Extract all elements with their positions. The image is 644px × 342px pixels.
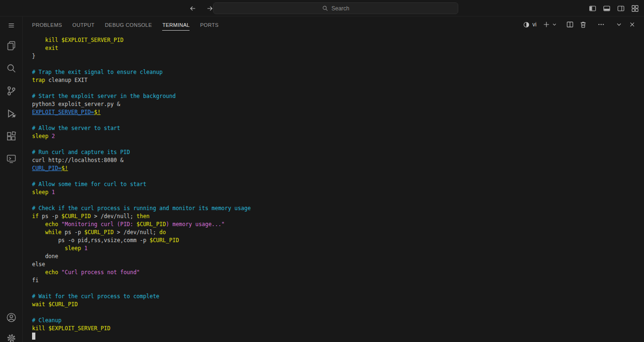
activity-bar-bottom [0, 307, 23, 342]
back-button[interactable] [187, 2, 199, 15]
terminal-line: echo "Monitoring curl (PID: $CURL_PID) m… [32, 220, 644, 228]
panel-tabs: PROBLEMSOUTPUTDEBUG CONSOLETERMINALPORTS [32, 19, 520, 31]
run-debug-icon [6, 108, 17, 119]
search-icon [6, 63, 17, 73]
terminal-line: # Run curl and capture its PID [32, 148, 644, 156]
hide-panel-button[interactable] [613, 18, 625, 31]
tab-ports[interactable]: PORTS [200, 19, 218, 31]
trash-icon [579, 21, 587, 28]
search-icon [322, 5, 329, 12]
settings-button[interactable] [0, 328, 23, 342]
split-terminal-icon [566, 21, 574, 28]
remote-explorer-icon [6, 154, 17, 164]
customize-layout-icon [631, 5, 639, 12]
split-terminal-button[interactable] [564, 18, 576, 31]
tab-debug-console[interactable]: DEBUG CONSOLE [105, 19, 152, 31]
terminal-line [32, 140, 644, 148]
extensions-icon [6, 131, 17, 141]
sidebar-item-source-control[interactable] [0, 80, 23, 102]
terminal-line: # Cleanup [32, 317, 644, 325]
terminal-line: trap cleanup EXIT [32, 76, 644, 84]
terminal-line: kill $EXPLOIT_SERVER_PID [32, 36, 644, 44]
close-panel-button[interactable] [626, 18, 638, 31]
terminal-line: sleep 1 [32, 244, 644, 252]
terminal-tab-vi[interactable]: vi [520, 18, 539, 31]
title-bar: Search [0, 0, 644, 16]
terminal-line: # Check if the curl process is running a… [32, 204, 644, 212]
terminal-line [32, 309, 644, 317]
bottom-panel: PROBLEMSOUTPUTDEBUG CONSOLETERMINALPORTS… [23, 16, 644, 342]
terminal-cursor [32, 333, 35, 340]
new-terminal-icon [543, 21, 550, 28]
chevron-down-icon [551, 21, 558, 28]
terminal-line [32, 60, 644, 68]
terminal-line: done [32, 252, 644, 261]
source-control-icon [6, 86, 17, 96]
ellipsis-icon [597, 21, 605, 28]
terminal-line [32, 172, 644, 180]
customize-layout-button[interactable] [629, 2, 641, 15]
terminal-line [32, 84, 644, 92]
tab-output[interactable]: OUTPUT [73, 19, 95, 31]
terminal-line: sleep 2 [32, 132, 644, 140]
terminal-line: exit [32, 44, 644, 52]
tab-terminal[interactable]: TERMINAL [162, 19, 190, 31]
terminal-profile-icon [523, 21, 530, 28]
menu-button[interactable] [0, 16, 23, 34]
search-placeholder: Search [331, 5, 349, 12]
more-actions-button[interactable] [595, 18, 607, 31]
toggle-primary-sidebar-button[interactable] [586, 2, 599, 15]
settings-icon [6, 333, 17, 342]
sidebar-item-run-debug[interactable] [0, 102, 23, 125]
command-center-search[interactable]: Search [213, 2, 458, 14]
terminal-line: wait $CURL_PID [32, 301, 644, 309]
activity-bar [0, 16, 23, 342]
terminal-line: EXPLOIT_SERVER_PID=$! [32, 108, 644, 116]
arrow-right-icon [206, 5, 214, 12]
terminal-output[interactable]: kill $EXPLOIT_SERVER_PID exit}# Trap the… [23, 33, 644, 342]
toggle-primary-sidebar-icon [589, 5, 596, 12]
history-nav [187, 0, 216, 16]
toggle-secondary-sidebar-icon [617, 5, 625, 12]
terminal-line: if ps -p $CURL_PID > /dev/null; then [32, 212, 644, 220]
explorer-icon [6, 41, 17, 51]
panel-header: PROBLEMSOUTPUTDEBUG CONSOLETERMINALPORTS… [23, 16, 644, 33]
terminal-line: ps -o pid,rss,vsize,comm -p $CURL_PID [32, 236, 644, 244]
terminal-line: # Trap the exit signal to ensure cleanup [32, 68, 644, 76]
launch-profile-dropdown[interactable] [551, 18, 558, 31]
terminal-line: python3 exploit_server.py & [32, 100, 644, 108]
close-icon [628, 21, 636, 28]
terminal-process-label: vi [532, 21, 537, 28]
sidebar-item-explorer[interactable] [0, 34, 23, 57]
terminal-line: echo "Curl process not found" [32, 269, 644, 277]
toggle-panel-icon [603, 5, 611, 12]
terminal-line: curl http://localhost:8080 & [32, 156, 644, 164]
terminal-line: # Start the exploit server in the backgr… [32, 92, 644, 100]
terminal-actions: vi [520, 18, 638, 31]
account-button[interactable] [0, 307, 23, 328]
terminal-line: CURL_PID=$! [32, 164, 644, 172]
sidebar-item-search[interactable] [0, 57, 23, 80]
terminal-line: } [32, 52, 644, 60]
terminal-line: else [32, 261, 644, 269]
terminal-line: while ps -p $CURL_PID > /dev/null; do [32, 228, 644, 236]
toggle-secondary-sidebar-button[interactable] [615, 2, 627, 15]
kill-terminal-button[interactable] [577, 18, 589, 31]
chevron-down-icon [615, 21, 623, 28]
tab-problems[interactable]: PROBLEMS [32, 19, 62, 31]
terminal-line: kill $EXPLOIT_SERVER_PID [32, 325, 644, 333]
terminal-line: # Allow the server to start [32, 124, 644, 132]
sidebar-item-extensions[interactable] [0, 125, 23, 147]
terminal-line: # Allow some time for curl to start [32, 180, 644, 188]
terminal-line: fi [32, 277, 644, 285]
sidebar-item-remote-explorer[interactable] [0, 147, 23, 170]
account-icon [6, 312, 17, 323]
terminal-line [32, 116, 644, 124]
toggle-panel-button[interactable] [601, 2, 613, 15]
terminal-line: sleep 1 [32, 188, 644, 196]
terminal-cursor-line [32, 333, 644, 341]
arrow-left-icon [189, 5, 197, 12]
terminal-line: # Wait for the curl process to complete [32, 293, 644, 301]
layout-controls [586, 0, 641, 16]
terminal-line [32, 196, 644, 204]
